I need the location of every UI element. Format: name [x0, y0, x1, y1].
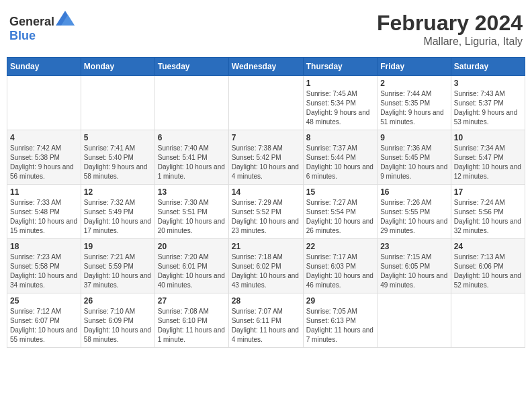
- day-number: 24: [454, 242, 522, 251]
- day-number: 15: [306, 187, 374, 197]
- day-info: Sunrise: 7:33 AM Sunset: 5:48 PM Dayligh…: [10, 198, 78, 236]
- day-number: 4: [10, 133, 78, 142]
- calendar-cell: 15Sunrise: 7:27 AM Sunset: 5:54 PM Dayli…: [303, 185, 377, 239]
- calendar-cell: 5Sunrise: 7:41 AM Sunset: 5:40 PM Daylig…: [81, 130, 154, 185]
- day-number: 25: [10, 296, 78, 306]
- logo: General Blue: [9, 11, 75, 43]
- calendar-cell: [378, 293, 451, 348]
- day-info: Sunrise: 7:42 AM Sunset: 5:38 PM Dayligh…: [10, 144, 78, 181]
- calendar-cell: 27Sunrise: 7:08 AM Sunset: 6:10 PM Dayli…: [154, 293, 228, 348]
- calendar-cell: 18Sunrise: 7:23 AM Sunset: 5:58 PM Dayli…: [7, 239, 81, 293]
- weekday-header-tuesday: Tuesday: [154, 58, 228, 76]
- day-info: Sunrise: 7:18 AM Sunset: 6:02 PM Dayligh…: [232, 253, 300, 290]
- calendar-cell: 11Sunrise: 7:33 AM Sunset: 5:48 PM Dayli…: [7, 185, 81, 239]
- logo-general: General: [9, 15, 54, 28]
- day-number: 28: [232, 296, 300, 306]
- day-info: Sunrise: 7:44 AM Sunset: 5:35 PM Dayligh…: [380, 89, 448, 127]
- calendar-cell: 9Sunrise: 7:36 AM Sunset: 5:45 PM Daylig…: [378, 130, 451, 185]
- weekday-header-friday: Friday: [378, 58, 451, 76]
- weekday-header-monday: Monday: [81, 58, 154, 76]
- calendar-cell: 24Sunrise: 7:13 AM Sunset: 6:06 PM Dayli…: [451, 239, 525, 293]
- day-number: 11: [10, 187, 78, 197]
- day-info: Sunrise: 7:20 AM Sunset: 6:01 PM Dayligh…: [158, 253, 226, 290]
- day-number: 6: [158, 133, 226, 142]
- calendar-cell: 3Sunrise: 7:43 AM Sunset: 5:37 PM Daylig…: [451, 76, 525, 130]
- day-number: 12: [84, 187, 152, 197]
- calendar-cell: 1Sunrise: 7:45 AM Sunset: 5:34 PM Daylig…: [303, 76, 377, 130]
- day-number: 29: [306, 296, 374, 306]
- calendar-week-row: 4Sunrise: 7:42 AM Sunset: 5:38 PM Daylig…: [7, 130, 525, 185]
- calendar-cell: [228, 76, 303, 130]
- calendar-cell: 8Sunrise: 7:37 AM Sunset: 5:44 PM Daylig…: [303, 130, 377, 185]
- day-info: Sunrise: 7:13 AM Sunset: 6:06 PM Dayligh…: [454, 253, 522, 290]
- calendar-week-row: 1Sunrise: 7:45 AM Sunset: 5:34 PM Daylig…: [7, 76, 525, 130]
- calendar-cell: 2Sunrise: 7:44 AM Sunset: 5:35 PM Daylig…: [378, 76, 451, 130]
- day-number: 10: [454, 133, 522, 142]
- day-info: Sunrise: 7:43 AM Sunset: 5:37 PM Dayligh…: [454, 89, 522, 127]
- day-info: Sunrise: 7:38 AM Sunset: 5:42 PM Dayligh…: [232, 144, 300, 181]
- day-number: 16: [380, 187, 448, 197]
- day-info: Sunrise: 7:05 AM Sunset: 6:13 PM Dayligh…: [306, 307, 374, 345]
- calendar-cell: 16Sunrise: 7:26 AM Sunset: 5:55 PM Dayli…: [378, 185, 451, 239]
- day-info: Sunrise: 7:10 AM Sunset: 6:09 PM Dayligh…: [84, 307, 152, 345]
- logo-icon: [56, 11, 75, 26]
- calendar-cell: 25Sunrise: 7:12 AM Sunset: 6:07 PM Dayli…: [7, 293, 81, 348]
- calendar-cell: 20Sunrise: 7:20 AM Sunset: 6:01 PM Dayli…: [154, 239, 228, 293]
- day-info: Sunrise: 7:30 AM Sunset: 5:51 PM Dayligh…: [158, 198, 226, 236]
- day-number: 23: [380, 242, 448, 251]
- day-info: Sunrise: 7:26 AM Sunset: 5:55 PM Dayligh…: [380, 198, 448, 236]
- day-info: Sunrise: 7:34 AM Sunset: 5:47 PM Dayligh…: [454, 144, 522, 181]
- title-section: February 2024 Mallare, Liguria, Italy: [377, 11, 523, 48]
- day-info: Sunrise: 7:08 AM Sunset: 6:10 PM Dayligh…: [158, 307, 226, 345]
- day-info: Sunrise: 7:27 AM Sunset: 5:54 PM Dayligh…: [306, 198, 374, 236]
- day-number: 7: [232, 133, 300, 142]
- calendar-cell: 12Sunrise: 7:32 AM Sunset: 5:49 PM Dayli…: [81, 185, 154, 239]
- weekday-header-saturday: Saturday: [451, 58, 525, 76]
- day-info: Sunrise: 7:12 AM Sunset: 6:07 PM Dayligh…: [10, 307, 78, 345]
- calendar-cell: 10Sunrise: 7:34 AM Sunset: 5:47 PM Dayli…: [451, 130, 525, 185]
- calendar-week-row: 18Sunrise: 7:23 AM Sunset: 5:58 PM Dayli…: [7, 239, 525, 293]
- day-info: Sunrise: 7:15 AM Sunset: 6:05 PM Dayligh…: [380, 253, 448, 290]
- day-info: Sunrise: 7:32 AM Sunset: 5:49 PM Dayligh…: [84, 198, 152, 236]
- month-title: February 2024: [377, 11, 523, 36]
- calendar-cell: 13Sunrise: 7:30 AM Sunset: 5:51 PM Dayli…: [154, 185, 228, 239]
- day-number: 19: [84, 242, 152, 251]
- logo-blue: Blue: [9, 29, 36, 42]
- calendar-table: SundayMondayTuesdayWednesdayThursdayFrid…: [7, 57, 525, 348]
- day-info: Sunrise: 7:37 AM Sunset: 5:44 PM Dayligh…: [306, 144, 374, 181]
- calendar-cell: [451, 293, 525, 348]
- weekday-header-wednesday: Wednesday: [228, 58, 303, 76]
- day-info: Sunrise: 7:21 AM Sunset: 5:59 PM Dayligh…: [84, 253, 152, 290]
- calendar-cell: 22Sunrise: 7:17 AM Sunset: 6:03 PM Dayli…: [303, 239, 377, 293]
- calendar-cell: [154, 76, 228, 130]
- day-number: 14: [232, 187, 300, 197]
- calendar-cell: 26Sunrise: 7:10 AM Sunset: 6:09 PM Dayli…: [81, 293, 154, 348]
- day-number: 22: [306, 242, 374, 251]
- day-number: 17: [454, 187, 522, 197]
- calendar-cell: 19Sunrise: 7:21 AM Sunset: 5:59 PM Dayli…: [81, 239, 154, 293]
- day-info: Sunrise: 7:29 AM Sunset: 5:52 PM Dayligh…: [232, 198, 300, 236]
- calendar-cell: [7, 76, 81, 130]
- calendar-cell: 29Sunrise: 7:05 AM Sunset: 6:13 PM Dayli…: [303, 293, 377, 348]
- calendar-week-row: 25Sunrise: 7:12 AM Sunset: 6:07 PM Dayli…: [7, 293, 525, 348]
- calendar-cell: 7Sunrise: 7:38 AM Sunset: 5:42 PM Daylig…: [228, 130, 303, 185]
- day-number: 27: [158, 296, 226, 306]
- day-info: Sunrise: 7:41 AM Sunset: 5:40 PM Dayligh…: [84, 144, 152, 181]
- day-info: Sunrise: 7:45 AM Sunset: 5:34 PM Dayligh…: [306, 89, 374, 127]
- day-info: Sunrise: 7:07 AM Sunset: 6:11 PM Dayligh…: [232, 307, 300, 345]
- calendar-week-row: 11Sunrise: 7:33 AM Sunset: 5:48 PM Dayli…: [7, 185, 525, 239]
- calendar-cell: 14Sunrise: 7:29 AM Sunset: 5:52 PM Dayli…: [228, 185, 303, 239]
- day-number: 21: [232, 242, 300, 251]
- calendar-cell: 28Sunrise: 7:07 AM Sunset: 6:11 PM Dayli…: [228, 293, 303, 348]
- weekday-header-thursday: Thursday: [303, 58, 377, 76]
- day-number: 3: [454, 79, 522, 88]
- day-number: 8: [306, 133, 374, 142]
- location: Mallare, Liguria, Italy: [377, 36, 523, 48]
- calendar-header-row: SundayMondayTuesdayWednesdayThursdayFrid…: [7, 58, 525, 76]
- calendar-cell: 21Sunrise: 7:18 AM Sunset: 6:02 PM Dayli…: [228, 239, 303, 293]
- calendar-cell: 4Sunrise: 7:42 AM Sunset: 5:38 PM Daylig…: [7, 130, 81, 185]
- day-info: Sunrise: 7:24 AM Sunset: 5:56 PM Dayligh…: [454, 198, 522, 236]
- calendar-cell: [81, 76, 154, 130]
- day-number: 20: [158, 242, 226, 251]
- day-number: 26: [84, 296, 152, 306]
